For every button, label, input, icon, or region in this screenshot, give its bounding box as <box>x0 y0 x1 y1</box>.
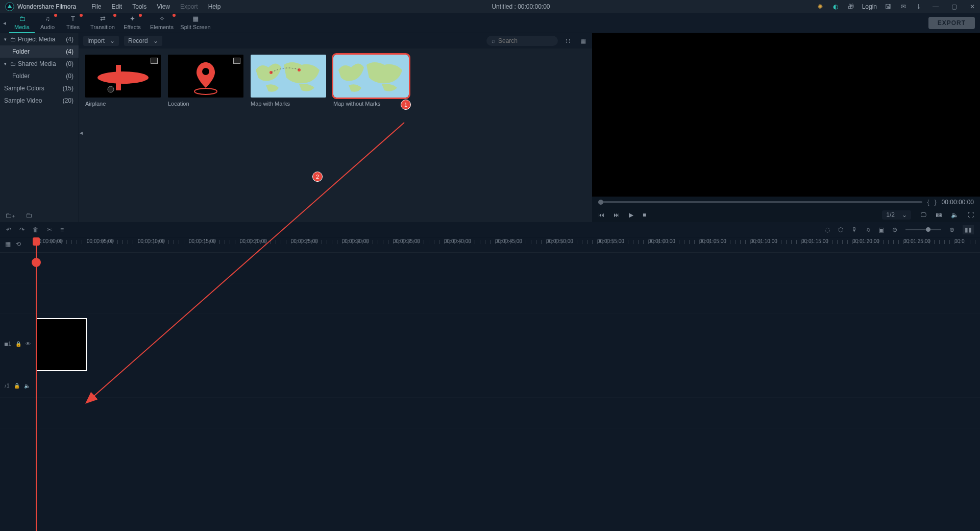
ribbon-collapse-icon[interactable]: ◂ <box>0 13 9 33</box>
fullscreen-icon[interactable]: ⛶ <box>968 211 974 219</box>
minimize-button[interactable]: — <box>930 3 941 10</box>
zoom-knob[interactable] <box>926 227 930 232</box>
clip-drop-target[interactable] <box>36 318 87 371</box>
menu-file[interactable]: File <box>86 1 106 12</box>
sidebar-item-count: (0) <box>66 73 74 80</box>
lock-icon[interactable]: 🔒 <box>14 383 20 389</box>
open-folder-icon[interactable]: 🗀 <box>26 211 32 219</box>
track-empty-3[interactable] <box>0 398 980 428</box>
snapshot-icon[interactable]: 📷︎ <box>936 211 942 219</box>
search-input[interactable] <box>498 37 553 44</box>
sidebar-item-folder[interactable]: Folder(0) <box>0 70 79 82</box>
next-frame-button[interactable]: ⏭ <box>614 211 620 219</box>
menu-edit[interactable]: Edit <box>107 1 128 12</box>
menu-tools[interactable]: Tools <box>127 1 152 12</box>
stop-button[interactable]: ■ <box>643 211 646 219</box>
image-badge-icon <box>233 58 240 64</box>
thumbnail-location[interactable]: Location <box>168 55 243 107</box>
save-icon[interactable]: 🖫 <box>884 3 892 11</box>
download-icon[interactable]: ⭳ <box>915 3 923 11</box>
zoom-slider[interactable] <box>905 229 941 230</box>
zoom-fit-icon[interactable]: ▮▮ <box>963 225 974 234</box>
audio-track[interactable]: ♪1 🔒 🔈 <box>0 374 980 398</box>
ruler-tick: 00:00:25:00 <box>291 237 342 244</box>
ruler-tick: 00:01:00:00 <box>648 237 699 244</box>
track-link-icon[interactable]: ⟲ <box>16 240 21 248</box>
monitor-icon[interactable]: 🖵 <box>920 211 926 219</box>
import-dropdown[interactable]: Import⌄ <box>83 36 119 46</box>
render-icon[interactable]: ◌ <box>825 226 830 233</box>
preview-ratio-select[interactable]: 1/2⌄ <box>882 210 911 220</box>
split-button[interactable]: ✂ <box>47 226 52 233</box>
record-dropdown[interactable]: Record⌄ <box>124 36 162 46</box>
voiceover-icon[interactable]: 🎙 <box>851 226 857 233</box>
menu-help[interactable]: Help <box>203 1 226 12</box>
redo-button[interactable]: ↷ <box>19 226 24 233</box>
scrub-knob[interactable] <box>598 200 603 205</box>
sidebar-item-project-media[interactable]: ▾🗀Project Media(4) <box>0 33 79 45</box>
video-track[interactable]: ◼1 🔒 👁 <box>0 314 980 374</box>
tab-effects[interactable]: ✦Effects <box>119 13 145 33</box>
playhead[interactable] <box>36 237 37 531</box>
mark-out-icon[interactable]: } <box>935 199 937 206</box>
prev-frame-button[interactable]: ⏮ <box>598 211 604 219</box>
tab-label: Audio <box>35 24 60 30</box>
undo-button[interactable]: ↶ <box>6 226 11 233</box>
view-grid-icon[interactable]: ▦ <box>578 35 588 46</box>
thumbnail-airplane[interactable]: Airplane <box>85 55 161 107</box>
filter-icon[interactable]: ⫶⫶ <box>563 35 573 46</box>
mute-icon[interactable]: 🔈 <box>24 383 30 389</box>
play-button[interactable]: ▶ <box>629 211 633 219</box>
timeline-ruler[interactable]: ▦ ⟲ 00:00:00:0000:00:05:0000:00:10:0000:… <box>0 237 980 253</box>
svg-rect-3 <box>116 65 121 90</box>
export-button[interactable]: EXPORT <box>928 17 975 29</box>
visibility-icon[interactable]: 👁 <box>26 341 31 347</box>
adjust-button[interactable]: ≡ <box>60 226 64 233</box>
tips-icon[interactable]: ✺ <box>816 3 824 11</box>
marker-icon[interactable]: ⬡ <box>838 226 843 233</box>
zoom-in-icon[interactable]: ⊕ <box>949 226 954 233</box>
track-empty-1[interactable] <box>0 253 980 283</box>
lock-icon[interactable]: 🔒 <box>15 341 21 347</box>
new-folder-icon[interactable]: 🗀₊ <box>5 211 15 219</box>
close-button[interactable]: ✕ <box>967 3 978 10</box>
thumbnail-map-without-marks[interactable]: Map without Marks <box>333 55 409 107</box>
track-add-icon[interactable]: ▦ <box>5 240 11 248</box>
audio-mixer-icon[interactable]: ♫ <box>866 226 870 233</box>
crop-icon[interactable]: ▣ <box>878 226 884 233</box>
ruler-tick: 00:01:20:00 <box>852 237 903 244</box>
thumbnail-image <box>333 55 409 98</box>
thumbnail-image <box>85 55 161 98</box>
maximize-button[interactable]: ▢ <box>948 3 960 10</box>
tab-elements[interactable]: ✧Elements <box>145 13 179 33</box>
menu-view[interactable]: View <box>152 1 175 12</box>
playhead-handle-icon[interactable] <box>32 258 41 267</box>
tab-transition[interactable]: ⇄Transition <box>86 13 119 33</box>
support-icon[interactable]: ◐ <box>831 3 840 11</box>
message-icon[interactable]: ✉ <box>899 3 908 11</box>
tab-media[interactable]: 🗀Media <box>9 13 35 33</box>
mark-in-icon[interactable]: { <box>927 199 929 206</box>
zoom-out-icon[interactable]: ⊖ <box>892 226 897 233</box>
sidebar-collapse-icon[interactable]: ◂ <box>79 125 84 140</box>
scrub-bar[interactable] <box>598 201 922 203</box>
gift-icon[interactable]: 🎁︎ <box>847 3 855 11</box>
tab-audio[interactable]: ♫Audio <box>35 13 60 33</box>
search-box[interactable]: ⌕ <box>486 36 558 46</box>
login-button[interactable]: Login <box>862 3 877 10</box>
delete-button[interactable]: 🗑 <box>33 226 39 233</box>
tab-split-screen[interactable]: ▦Split Screen <box>179 13 212 33</box>
ruler-tick: 00:00:55:00 <box>597 237 648 244</box>
tab-titles[interactable]: TTitles <box>60 13 86 33</box>
sidebar-item-shared-media[interactable]: ▾🗀Shared Media(0) <box>0 58 79 70</box>
sidebar-item-sample-colors[interactable]: Sample Colors(15) <box>0 82 79 94</box>
preview-screen[interactable] <box>592 33 980 197</box>
sidebar-item-sample-video[interactable]: Sample Video(20) <box>0 94 79 107</box>
ruler-tick: 00:00:15:00 <box>189 237 240 244</box>
menu-export[interactable]: Export <box>175 1 203 12</box>
app-logo-icon <box>5 2 14 11</box>
volume-icon[interactable]: 🔈 <box>951 211 959 219</box>
thumbnail-map-with-marks[interactable]: Map with Marks <box>251 55 326 107</box>
sidebar-item-folder[interactable]: Folder(4) <box>0 45 79 58</box>
track-empty-2[interactable] <box>0 283 980 314</box>
